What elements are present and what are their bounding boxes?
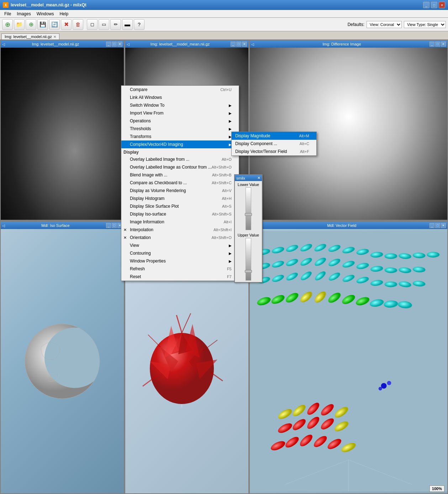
ctx-refresh[interactable]: Refresh F5 (121, 265, 239, 273)
ctx-transforms-label: Transforms (130, 134, 151, 139)
menu-file[interactable]: File (1, 11, 14, 17)
tab-levelset[interactable]: Img: levelset__model.nii.gz ✕ (1, 33, 59, 39)
ctx-interpolation[interactable]: ✕ Interpolation Alt+Shift+I (121, 226, 239, 234)
ctx-complex-vector[interactable]: Complex/Vector/4D Imaging ▶ (121, 140, 239, 148)
panel-difference-close[interactable]: ✕ (441, 42, 446, 47)
ctx-link-windows[interactable]: Link All Windows (121, 94, 239, 101)
context-menu: Compare Ctrl+U Link All Windows Switch W… (121, 85, 239, 281)
slider-lower-thumb[interactable] (245, 213, 252, 216)
iso-surface-svg (20, 319, 105, 404)
menu-windows[interactable]: Windows (34, 11, 57, 17)
ctx-compare[interactable]: Compare Ctrl+U (121, 86, 239, 94)
panel-difference-max[interactable]: □ (435, 42, 440, 47)
ctx-histogram[interactable]: Display Histogram Alt+H (121, 195, 239, 202)
title-bar-text: levelset__model_mean.nii.gz - milxQt (11, 2, 86, 7)
panel-iso-min[interactable]: _ (106, 223, 111, 228)
panel-iso-title: Mdl: Iso Surface (6, 223, 105, 228)
new-button[interactable]: ⊕ (2, 19, 13, 30)
panel-mean-arrow[interactable]: ◁ (127, 42, 130, 46)
minimize-button[interactable]: _ (423, 2, 429, 8)
submenu-display-component[interactable]: Display Component ... Alt+C (232, 140, 316, 148)
ctx-overlay-contour[interactable]: Overlay Labelled Image as Contour from .… (121, 163, 239, 171)
add-image-button[interactable]: ⊕ (26, 19, 36, 30)
submenu-display-vector[interactable]: Display Vector/Tensor Field Alt+F (232, 148, 316, 155)
ctx-slice-surface[interactable]: Display Slice Surface Plot Alt+S (121, 202, 239, 210)
slider-popup-close[interactable]: ✕ (257, 176, 260, 180)
ctx-operations[interactable]: Operations ▶ (121, 117, 239, 125)
ctx-import-view[interactable]: Import View From ▶ (121, 109, 239, 117)
menu-help[interactable]: Help (57, 11, 71, 17)
edit-button[interactable]: ✏ (110, 19, 121, 30)
ctx-thresholds-label: Thresholds (130, 126, 151, 131)
ctx-switch-label: Switch Window To (130, 103, 164, 108)
ctx-overlay-label[interactable]: Overlay Labelled Image from ... Alt+O (121, 155, 239, 163)
panel-levelset-max[interactable]: □ (112, 42, 117, 47)
panel-mean-title: Img: levelset__model_mean.nii.gz (131, 42, 229, 46)
ctx-window-props-text: Window Properties (130, 259, 166, 264)
ctx-import-label: Import View From (130, 111, 163, 116)
view-select[interactable]: View: Coronal View: Axial View: Sagittal (367, 21, 402, 28)
panel-vectors-min[interactable]: _ (429, 223, 434, 228)
ctx-interpolation-shortcut: Alt+Shift+I (214, 228, 232, 232)
ctx-transforms[interactable]: Transforms ▶ (121, 133, 239, 140)
ctx-orientation[interactable]: ✕ Orientation Alt+Shift+O (121, 234, 239, 241)
defaults-label: Defaults: (348, 22, 364, 27)
panel-vectors-max[interactable]: □ (435, 223, 440, 228)
menu-images[interactable]: Images (14, 11, 33, 17)
panel-mean-min[interactable]: _ (231, 42, 236, 47)
refresh-button[interactable]: 🔄 (49, 19, 60, 30)
panel-mean-close[interactable]: ✕ (242, 42, 247, 47)
minus-button[interactable]: ▬ (122, 19, 133, 30)
ctx-iso-surface[interactable]: Display Iso-surface Alt+Shift+S (121, 210, 239, 218)
ctx-overlay-contour-shortcut: Alt+Shift+O (211, 165, 231, 169)
vectors-display: 100% (250, 229, 447, 493)
panel-vectors-close[interactable]: ✕ (441, 223, 446, 228)
slider-lower-track[interactable] (246, 187, 251, 230)
ctx-contouring[interactable]: Contouring ▶ (121, 249, 239, 257)
delete-button[interactable]: 🗑 (73, 19, 83, 30)
layout-split[interactable]: ▭ (99, 19, 109, 30)
panel-mean-max[interactable]: □ (236, 42, 241, 47)
ctx-switch-window[interactable]: Switch Window To ▶ (121, 101, 239, 109)
save-button[interactable]: 💾 (37, 19, 48, 30)
ctx-volume-rendering[interactable]: Display as Volume Rendering Alt+V (121, 187, 239, 195)
ctx-blend[interactable]: Blend Image with ... Alt+Shift+B (121, 171, 239, 179)
ctx-contouring-text: Contouring (130, 251, 151, 256)
ctx-thresholds[interactable]: Thresholds ▶ (121, 125, 239, 133)
close-button[interactable]: ✕ (439, 2, 445, 8)
slider-upper-thumb[interactable] (245, 270, 252, 273)
panel-iso-arrow[interactable]: ◁ (2, 224, 5, 228)
panel-levelset-close[interactable]: ✕ (117, 42, 122, 47)
submenu-display-magnitude[interactable]: Display Magnitude Alt+M (232, 132, 316, 140)
slider-upper-track[interactable] (246, 238, 251, 281)
ctx-operations-label: Operations (130, 118, 151, 123)
tab-close-icon[interactable]: ✕ (53, 35, 56, 39)
ctx-window-properties[interactable]: Window Properties ▶ (121, 257, 239, 265)
panel-levelset-arrow[interactable]: ◁ (2, 42, 5, 46)
panel-difference-arrow[interactable]: ◁ (251, 42, 254, 46)
maximize-button[interactable]: □ (431, 2, 437, 8)
help-button[interactable]: ? (134, 19, 144, 30)
view-type-select[interactable]: View Type: Single View Type: Multi (404, 21, 446, 28)
layout-single[interactable]: ◻ (87, 19, 97, 30)
ctx-view[interactable]: View ▶ (121, 241, 239, 249)
svg-point-55 (387, 381, 391, 385)
progress-bar: 100% (429, 485, 444, 492)
remove-button[interactable]: ✖ (61, 19, 72, 30)
ctx-reset[interactable]: Reset F7 (121, 273, 239, 281)
panel-levelset-image (1, 48, 124, 220)
ctx-thresholds-arrow: ▶ (229, 127, 232, 131)
ctx-iso-shortcut: Alt+Shift+S (212, 212, 232, 216)
svg-point-18 (427, 252, 440, 257)
ctx-compare-label: Compare (130, 87, 147, 92)
ctx-image-info[interactable]: Image Information Alt+I (121, 218, 239, 226)
ctx-volume-shortcut: Alt+V (222, 188, 232, 193)
panel-difference-min[interactable]: _ (429, 42, 434, 47)
ctx-checkboard[interactable]: Compare as Checkboard to ... Alt+Shift+C (121, 179, 239, 187)
panel-levelset-min[interactable]: _ (106, 42, 111, 47)
panel-iso-max[interactable]: □ (112, 223, 117, 228)
open-button[interactable]: 📁 (14, 19, 25, 30)
ctx-blend-text: Blend Image with ... (130, 172, 167, 177)
slider-popup-title-text: smilx (236, 176, 245, 180)
panel-difference-titlebar: ◁ Img: Difference Image _ □ ✕ (250, 41, 447, 48)
